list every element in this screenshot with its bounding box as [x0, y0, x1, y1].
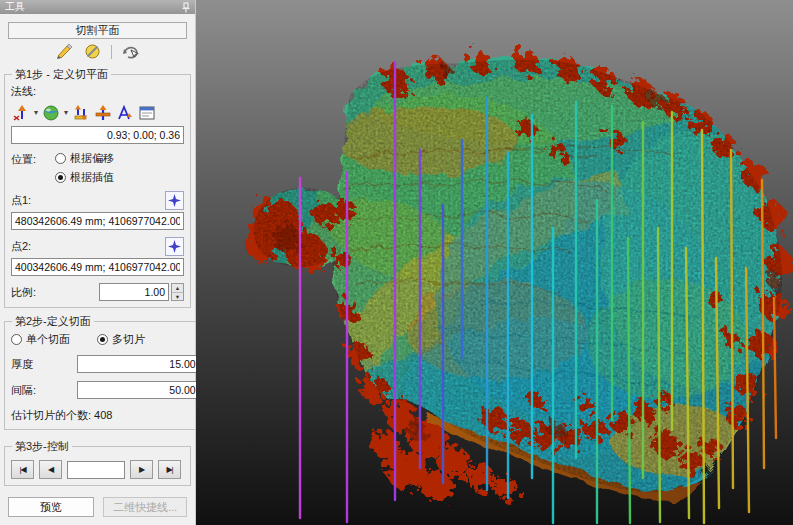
step3-group: 第3步-控制 |◀ ◀ ▶ ▶| [4, 439, 191, 486]
point2-input[interactable] [11, 258, 184, 276]
axis-normal-icon[interactable] [93, 103, 112, 122]
panel-title: 工具 [5, 0, 25, 14]
normal-toolbar: ▾ ▾ [11, 103, 184, 122]
radio-multi-slices[interactable]: 多切片 [97, 332, 145, 347]
pick-normal-icon[interactable] [11, 103, 30, 122]
next-slice-button[interactable]: ▶ [130, 460, 153, 479]
point1-label: 点1: [11, 193, 31, 208]
position-label: 位置: [11, 151, 55, 167]
pin-icon[interactable] [182, 2, 190, 13]
thickness-label: 厚度 [11, 357, 77, 372]
panel-header[interactable]: 切割平面 [8, 22, 187, 39]
radio-multi-slices-label: 多切片 [112, 332, 145, 347]
radio-single-section-label: 单个切面 [26, 332, 70, 347]
slice-player: |◀ ◀ ▶ ▶| [11, 460, 184, 479]
radio-by-interpolation-label: 根据插值 [70, 170, 114, 185]
last-slice-button[interactable]: ▶| [158, 460, 181, 479]
sphere-normal-icon[interactable] [41, 103, 60, 122]
slice-count-estimate: 估计切片的个数: 408 [11, 408, 112, 423]
point1-input[interactable] [11, 212, 184, 230]
radio-by-interpolation-dot [55, 172, 66, 183]
tools-panel: 工具 切割平面 [0, 0, 196, 525]
ratio-label: 比例: [11, 285, 36, 300]
radio-by-interpolation[interactable]: 根据插值 [55, 170, 114, 185]
align-normal-icon[interactable] [115, 103, 134, 122]
radio-single-section[interactable]: 单个切面 [11, 332, 97, 347]
step1-legend: 第1步 - 定义切平面 [12, 67, 111, 82]
spacing-label: 间隔: [11, 383, 77, 398]
step1-group: 第1步 - 定义切平面 法线: ▾ [4, 67, 191, 308]
step2-legend: 第2步-定义切面 [12, 314, 94, 329]
pick-normal-caret[interactable]: ▾ [34, 108, 38, 117]
toolbar-separator [111, 45, 112, 59]
panel-toolbar [0, 42, 195, 61]
slice-index-input[interactable] [67, 461, 125, 479]
step3-legend: 第3步-控制 [12, 439, 72, 454]
shortcut-2d-button[interactable]: 二维快捷线... [103, 497, 187, 517]
edit-plane-icon[interactable] [55, 42, 74, 61]
radio-by-offset-dot [55, 153, 66, 164]
orbit-pick-icon[interactable] [121, 42, 140, 61]
preview-button[interactable]: 预览 [8, 497, 94, 517]
first-slice-button[interactable]: |◀ [11, 460, 34, 479]
flip-normal-icon[interactable] [71, 103, 90, 122]
sphere-normal-caret[interactable]: ▾ [64, 108, 68, 117]
radio-multi-slices-dot [97, 334, 108, 345]
point1-pick-button[interactable] [165, 191, 184, 210]
normal-vector-input[interactable] [11, 126, 184, 144]
normal-label: 法线: [11, 84, 36, 99]
viewport-3d[interactable] [196, 0, 793, 525]
point-cloud-canvas [196, 0, 793, 525]
radio-single-section-dot [11, 334, 22, 345]
radio-by-offset[interactable]: 根据偏移 [55, 151, 114, 166]
point2-pick-button[interactable] [165, 237, 184, 256]
prev-slice-button[interactable]: ◀ [39, 460, 62, 479]
point2-label: 点2: [11, 239, 31, 254]
panel-titlebar[interactable]: 工具 [0, 0, 195, 14]
normal-dialog-icon[interactable] [137, 103, 156, 122]
ratio-input[interactable] [99, 283, 169, 301]
action-row-1: 预览 二维快捷线... [8, 497, 187, 517]
radio-by-offset-label: 根据偏移 [70, 151, 114, 166]
disable-plane-icon[interactable] [83, 42, 102, 61]
application-window: 工具 切割平面 [0, 0, 793, 525]
ratio-spinner[interactable]: ▲▼ [171, 283, 184, 301]
